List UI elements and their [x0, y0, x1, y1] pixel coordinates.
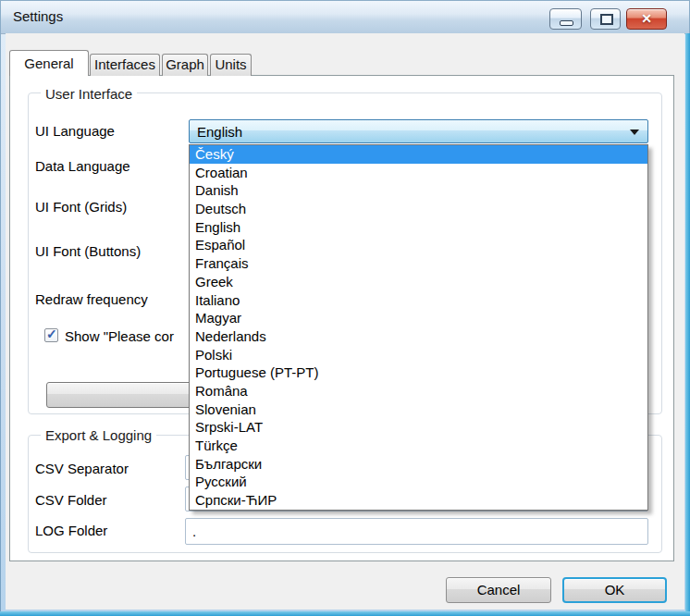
- ui-language-combobox-value: English: [197, 124, 242, 140]
- dropdown-option[interactable]: Danish: [190, 181, 647, 200]
- csv-separator-label: CSV Separator: [35, 461, 129, 476]
- ui-font-buttons-label: UI Font (Buttons): [35, 243, 141, 259]
- maximize-button[interactable]: [590, 8, 621, 30]
- tab-units-label: Units: [215, 56, 246, 72]
- dropdown-option[interactable]: Srpski-LAT: [190, 418, 647, 437]
- data-language-label: Data Language: [35, 158, 130, 174]
- window-frame-bottom: [0, 611, 690, 616]
- close-button[interactable]: ✕: [626, 8, 667, 30]
- dropdown-option[interactable]: Italiano: [190, 291, 647, 310]
- minimize-icon: [560, 20, 573, 26]
- titlebar[interactable]: Settings: [1, 1, 689, 34]
- dropdown-option[interactable]: Greek: [190, 273, 647, 291]
- dropdown-option[interactable]: Croatian: [190, 164, 647, 182]
- dropdown-option[interactable]: English: [190, 218, 647, 237]
- dropdown-option[interactable]: Český: [190, 145, 647, 164]
- chevron-down-icon: [630, 129, 639, 135]
- window-title: Settings: [13, 8, 63, 24]
- ui-language-label: UI Language: [35, 123, 115, 139]
- show-please-connect-checkbox[interactable]: ✓: [44, 328, 58, 342]
- dropdown-option[interactable]: Српски-ЋИР: [190, 491, 647, 510]
- dropdown-option[interactable]: Nederlands: [190, 327, 647, 346]
- dropdown-option[interactable]: Româna: [190, 382, 647, 400]
- check-icon: ✓: [46, 326, 57, 341]
- tab-graph-label: Graph: [166, 56, 204, 72]
- dropdown-option[interactable]: Русский: [190, 473, 647, 491]
- ok-button-label: OK: [605, 582, 625, 598]
- ui-language-combobox[interactable]: English: [189, 119, 648, 143]
- tab-interfaces[interactable]: Interfaces: [90, 54, 160, 76]
- dropdown-option[interactable]: Español: [190, 236, 647, 254]
- settings-window: Settings ✕ General Interfaces Graph Unit…: [0, 0, 690, 616]
- show-please-connect-label: Show "Please cor: [65, 328, 174, 344]
- tab-interfaces-label: Interfaces: [94, 56, 155, 72]
- redraw-frequency-label: Redraw frequency: [35, 291, 148, 307]
- cancel-button-label: Cancel: [477, 582, 521, 598]
- dropdown-option[interactable]: Български: [190, 455, 647, 474]
- maximize-icon: [600, 14, 613, 25]
- cancel-button[interactable]: Cancel: [446, 577, 551, 603]
- minimize-button[interactable]: [549, 8, 582, 30]
- dropdown-option[interactable]: Deutsch: [190, 200, 647, 218]
- tab-graph[interactable]: Graph: [162, 54, 208, 76]
- dropdown-option[interactable]: Türkçe: [190, 437, 647, 455]
- close-icon: ✕: [627, 11, 666, 26]
- tab-general-label: General: [24, 55, 73, 71]
- dropdown-option[interactable]: Slovenian: [190, 400, 647, 419]
- log-folder-label: LOG Folder: [35, 523, 107, 538]
- ok-button[interactable]: OK: [562, 577, 667, 603]
- tab-units[interactable]: Units: [210, 54, 252, 76]
- log-folder-input[interactable]: .: [185, 518, 648, 545]
- dropdown-option[interactable]: Français: [190, 254, 647, 273]
- user-interface-group-title: User Interface: [41, 86, 137, 102]
- dropdown-option[interactable]: Portuguese (PT-PT): [190, 363, 647, 382]
- tab-general[interactable]: General: [9, 50, 89, 76]
- window-frame-right: [685, 33, 690, 616]
- log-folder-value: .: [192, 524, 196, 539]
- dropdown-option[interactable]: Magyar: [190, 309, 647, 327]
- ui-font-grids-label: UI Font (Grids): [35, 199, 127, 215]
- export-logging-group-title: Export & Logging: [41, 427, 156, 443]
- dropdown-option[interactable]: Polski: [190, 346, 647, 364]
- csv-folder-label: CSV Folder: [35, 492, 107, 508]
- ui-language-dropdown-list[interactable]: ČeskýCroatianDanishDeutschEnglishEspañol…: [189, 144, 648, 511]
